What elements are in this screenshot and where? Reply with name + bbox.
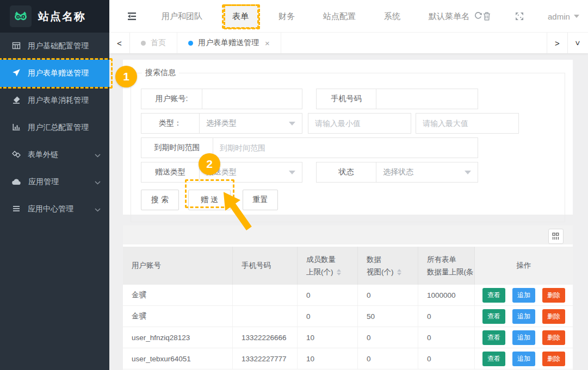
nav-finance[interactable]: 财务 xyxy=(278,11,295,22)
menu-fold-icon[interactable] xyxy=(126,11,138,21)
nav-forms[interactable]: 表单 xyxy=(222,4,259,29)
chevron-down-icon xyxy=(95,178,101,186)
cell-account: user_hfnziq28123 xyxy=(123,327,233,348)
sidebar-item-summary-config[interactable]: 用户汇总配置管理 xyxy=(0,114,109,141)
cell-forms-limit: 0 xyxy=(418,348,475,369)
cell-forms-limit: 0 xyxy=(418,327,475,348)
append-button[interactable]: 追加 xyxy=(512,330,535,345)
close-icon[interactable]: × xyxy=(265,39,270,48)
min-value-input[interactable] xyxy=(308,113,411,134)
expire-range-group: 到期时间范围 xyxy=(141,137,478,158)
admin-username: admin xyxy=(548,12,570,21)
cell-data-views: 0 xyxy=(358,285,418,305)
reset-button[interactable]: 重置 xyxy=(243,190,278,210)
cell-member-limit: 0 xyxy=(298,285,358,305)
header-account: 用户账号 xyxy=(123,247,233,285)
form-row-3: 到期时间范围 xyxy=(141,137,565,158)
cell-phone: 13322227777 xyxy=(233,348,298,369)
tab-bar: < 首页 用户表单赠送管理 × > > xyxy=(109,33,588,53)
nav-users-teams[interactable]: 用户和团队 xyxy=(162,11,202,22)
cell-data-views: 50 xyxy=(358,306,418,327)
chevron-down-icon xyxy=(289,171,295,174)
table-row: 金骥 0 0 1000000 查看 追加 删除 xyxy=(123,285,573,306)
cell-phone: 13322226666 xyxy=(233,327,298,348)
expire-range-input[interactable] xyxy=(213,138,478,158)
append-button[interactable]: 追加 xyxy=(512,352,535,366)
cell-account: user_tebxur64051 xyxy=(123,348,233,369)
delete-button[interactable]: 删除 xyxy=(542,330,565,345)
cell-forms-limit: 1000000 xyxy=(418,285,475,305)
sidebar-item-form-gift[interactable]: 用户表单赠送管理 xyxy=(0,60,109,87)
delete-button[interactable]: 删除 xyxy=(542,352,565,366)
chevron-down-icon xyxy=(574,15,579,18)
cell-operations: 查看 追加 删除 xyxy=(475,327,573,348)
chevron-down-icon xyxy=(465,171,471,174)
nav-site-config[interactable]: 站点配置 xyxy=(323,11,356,22)
top-bar: 站点名称 用户和团队 表单 财务 站点配置 系统 默认菜单名 xyxy=(0,0,588,33)
tab-user-form-gift[interactable]: 用户表单赠送管理 × xyxy=(177,33,281,53)
column-settings-button[interactable] xyxy=(548,229,564,244)
max-value-input[interactable] xyxy=(416,113,519,134)
phone-input[interactable] xyxy=(376,89,478,109)
delete-button[interactable]: 删除 xyxy=(542,288,565,303)
sidebar-item-user-base-config[interactable]: 用户基础配置管理 xyxy=(0,33,109,60)
cell-member-limit: 0 xyxy=(298,306,358,327)
tabs-scroll-left-button[interactable]: < xyxy=(109,33,130,53)
delete-button[interactable]: 删除 xyxy=(542,309,565,324)
sidebar: 用户基础配置管理 用户表单赠送管理 用户表单消耗管理 用户汇总配置管理 表单外链… xyxy=(0,33,109,370)
main-content: 搜索信息 用户账号: 手机号码 类型： 选择类型 xyxy=(109,53,588,370)
tab-home[interactable]: 首页 xyxy=(130,33,177,53)
status-label: 状态 xyxy=(317,162,376,182)
refresh-icon[interactable] xyxy=(474,11,482,22)
search-button[interactable]: 搜 索 xyxy=(141,190,179,210)
type-select-value: 选择类型 xyxy=(206,118,237,128)
sidebar-item-app-manage[interactable]: 应用管理 xyxy=(0,168,109,196)
chevron-down-icon xyxy=(95,205,101,214)
cell-operations: 查看 追加 删除 xyxy=(475,306,573,327)
view-button[interactable]: 查看 xyxy=(482,288,505,303)
account-input[interactable] xyxy=(202,89,302,109)
cell-member-limit: 10 xyxy=(298,327,358,348)
chevron-down-icon xyxy=(289,122,295,126)
gift-type-group: 赠送类型 赠送类型 xyxy=(141,162,302,183)
status-select-value: 选择状态 xyxy=(383,167,413,177)
cell-operations: 查看 追加 删除 xyxy=(475,285,573,305)
sidebar-item-app-center-manage[interactable]: 应用中心管理 xyxy=(0,196,109,223)
type-select[interactable]: 选择类型 xyxy=(200,114,302,133)
tabs-menu-button[interactable]: > xyxy=(567,33,588,53)
eraser-icon xyxy=(12,96,21,106)
gift-type-label: 赠送类型 xyxy=(141,162,200,182)
sort-icon[interactable] xyxy=(397,269,401,275)
site-name: 站点名称 xyxy=(38,9,86,24)
sidebar-item-form-consume[interactable]: 用户表单消耗管理 xyxy=(0,87,109,114)
cell-phone xyxy=(233,285,298,305)
view-button[interactable]: 查看 xyxy=(482,309,505,324)
nav-default-menu[interactable]: 默认菜单名 xyxy=(429,11,482,22)
table-header-row: 用户账号 手机号码 成员数量 上限(个) 数据 视图(个) 所有表单 数据量上 xyxy=(123,247,573,285)
view-button[interactable]: 查看 xyxy=(482,330,505,345)
sort-icon[interactable] xyxy=(337,269,341,275)
gift-type-select-value: 赠送类型 xyxy=(206,167,237,177)
cell-forms-limit: 0 xyxy=(418,306,475,327)
form-row-2: 类型： 选择类型 xyxy=(141,113,565,134)
fullscreen-icon[interactable] xyxy=(515,12,524,21)
gift-type-select[interactable]: 赠送类型 xyxy=(200,162,302,182)
gift-button[interactable]: 赠 送 xyxy=(188,190,231,210)
form-row-1: 用户账号: 手机号码 xyxy=(141,89,565,109)
tab-dot-icon xyxy=(141,41,146,46)
append-button[interactable]: 追加 xyxy=(512,288,535,303)
append-button[interactable]: 追加 xyxy=(512,309,535,324)
sidebar-item-form-external-link[interactable]: 表单外链 xyxy=(0,141,109,168)
tabs-scroll-right-button[interactable]: > xyxy=(547,33,567,53)
admin-menu[interactable]: admin xyxy=(548,12,579,21)
cell-data-views: 0 xyxy=(358,348,418,369)
status-select[interactable]: 选择状态 xyxy=(376,162,478,182)
nav-system[interactable]: 系统 xyxy=(384,11,400,22)
sidebar-item-label: 用户表单赠送管理 xyxy=(28,68,89,78)
search-fieldset: 搜索信息 用户账号: 手机号码 类型： 选择类型 xyxy=(131,68,565,222)
header-member-limit: 成员数量 上限(个) xyxy=(298,247,358,285)
trash-icon[interactable] xyxy=(482,11,491,21)
view-button[interactable]: 查看 xyxy=(482,352,505,366)
header-data-views: 数据 视图(个) xyxy=(358,247,418,285)
table-row: 金骥 0 50 0 查看 追加 删除 xyxy=(123,306,573,327)
